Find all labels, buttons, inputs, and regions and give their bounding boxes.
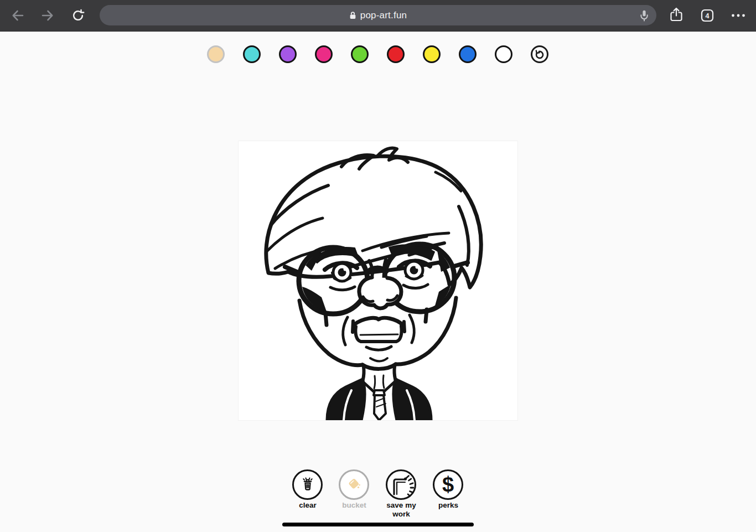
url-text: pop-art.fun (360, 10, 407, 21)
swatch-tan[interactable] (207, 45, 225, 63)
paint-bucket-icon (345, 476, 364, 494)
swatch-pink[interactable] (315, 45, 333, 63)
swatch-white[interactable] (495, 45, 512, 63)
bucket-button[interactable] (339, 469, 369, 500)
undo-icon (533, 48, 546, 61)
back-arrow-icon (10, 8, 25, 23)
perks-button[interactable]: $ (433, 469, 463, 500)
swatch-red[interactable] (387, 45, 405, 63)
back-button[interactable] (10, 8, 25, 23)
undo-button[interactable] (531, 45, 548, 63)
menu-button[interactable] (729, 6, 748, 25)
url-bar[interactable]: pop-art.fun (100, 5, 656, 25)
home-indicator[interactable] (282, 523, 474, 526)
perks-label: perks (421, 501, 476, 510)
tabs-button[interactable]: 4 (698, 6, 717, 25)
swatch-blue[interactable] (459, 45, 477, 63)
forward-button[interactable] (40, 8, 55, 23)
bucket-label: bucket (327, 501, 382, 510)
ellipsis-icon (729, 6, 748, 25)
warhol-line-art (239, 141, 517, 420)
save-clock-icon (389, 472, 414, 498)
coloring-canvas[interactable] (239, 141, 517, 420)
trash-icon (298, 476, 317, 494)
microphone-icon (638, 9, 651, 22)
save-work-button[interactable] (386, 469, 416, 500)
tab-count: 4 (706, 12, 710, 20)
reload-button[interactable] (70, 8, 86, 23)
share-icon (667, 6, 686, 25)
clear-button[interactable] (292, 469, 323, 500)
svg-text:$: $ (442, 473, 454, 496)
tabs-icon: 4 (698, 6, 717, 25)
browser-chrome: pop-art.fun 4 (0, 0, 756, 32)
forward-arrow-icon (40, 8, 55, 23)
mic-button[interactable] (638, 9, 651, 22)
swatch-cyan[interactable] (243, 45, 261, 63)
swatch-green[interactable] (351, 45, 369, 63)
dollar-icon: $ (434, 471, 462, 498)
swatch-purple[interactable] (279, 45, 297, 63)
reload-icon (70, 8, 86, 23)
swatch-yellow[interactable] (423, 45, 441, 63)
lock-icon (349, 11, 356, 19)
share-button[interactable] (667, 6, 686, 25)
save-work-label: save my work (381, 501, 421, 519)
